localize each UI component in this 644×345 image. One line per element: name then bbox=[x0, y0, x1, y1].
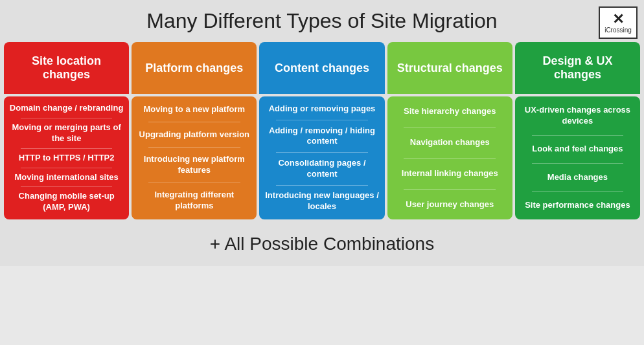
column-header-structural: Structural changes bbox=[387, 42, 512, 94]
col-item-structural-0: Site hierarchy changes bbox=[404, 106, 496, 117]
column-body-structural: Site hierarchy changesNavigation changes… bbox=[387, 96, 512, 219]
column-body-content: Adding or removing pagesAdding / removin… bbox=[259, 96, 384, 219]
col-item-design-ux-1: Look and feel changes bbox=[532, 144, 623, 155]
col-item-structural-3: User journey changes bbox=[406, 199, 494, 210]
col-item-site-location-4: Changing mobile set-up (AMP, PWA) bbox=[9, 191, 124, 213]
column-body-design-ux: UX-driven changes across devicesLook and… bbox=[515, 96, 640, 219]
divider bbox=[148, 147, 240, 148]
column-site-location: Site location changesDomain change / reb… bbox=[4, 42, 129, 219]
logo-symbol: ✕ bbox=[612, 12, 624, 27]
columns-container: Site location changesDomain change / reb… bbox=[0, 39, 644, 222]
col-item-site-location-2: HTTP to HTTPS / HTTP2 bbox=[19, 153, 115, 164]
col-item-site-location-3: Moving international sites bbox=[14, 172, 118, 183]
column-design-ux: Design & UX changesUX-driven changes acr… bbox=[515, 42, 640, 219]
divider bbox=[404, 127, 496, 128]
column-content: Content changesAdding or removing pagesA… bbox=[259, 42, 384, 219]
col-item-platform-0: Moving to a new platform bbox=[143, 104, 245, 115]
col-item-structural-2: Internal linking changes bbox=[402, 168, 498, 179]
column-header-platform: Platform changes bbox=[132, 42, 257, 94]
page-title: Many Different Types of Site Migration bbox=[146, 9, 497, 33]
col-item-site-location-1: Moving or merging parts of the site bbox=[9, 122, 124, 144]
divider bbox=[21, 148, 113, 149]
col-item-content-1: Adding / removing / hiding content bbox=[264, 126, 379, 148]
divider bbox=[148, 183, 240, 183]
divider bbox=[21, 186, 113, 187]
divider bbox=[148, 122, 240, 122]
footer-text: + All Possible Combinations bbox=[210, 234, 434, 254]
column-header-site-location: Site location changes bbox=[4, 42, 129, 94]
divider bbox=[21, 168, 113, 168]
divider bbox=[532, 163, 624, 164]
col-item-design-ux-2: Media changes bbox=[547, 172, 608, 183]
divider bbox=[276, 152, 368, 153]
divider bbox=[276, 120, 368, 120]
divider bbox=[21, 118, 113, 118]
divider bbox=[532, 135, 624, 136]
column-platform: Platform changesMoving to a new platform… bbox=[132, 42, 257, 219]
col-item-design-ux-3: Site performance changes bbox=[525, 200, 630, 211]
column-structural: Structural changesSite hierarchy changes… bbox=[387, 42, 512, 219]
header-section: Many Different Types of Site Migration ✕… bbox=[0, 0, 644, 39]
col-item-content-2: Consolidating pages / content bbox=[264, 158, 379, 180]
footer-section: + All Possible Combinations bbox=[0, 222, 644, 266]
page-container: Many Different Types of Site Migration ✕… bbox=[0, 0, 644, 266]
col-item-platform-2: Introducing new platform features bbox=[137, 154, 251, 176]
col-item-platform-3: Integrating different platforms bbox=[137, 190, 251, 212]
col-item-design-ux-0: UX-driven changes across devices bbox=[520, 105, 635, 127]
column-header-design-ux: Design & UX changes bbox=[515, 42, 640, 94]
col-item-platform-1: Upgrading platform version bbox=[139, 129, 249, 140]
col-item-content-0: Adding or removing pages bbox=[269, 104, 376, 115]
col-item-site-location-0: Domain change / rebranding bbox=[10, 103, 124, 114]
logo-text: iCrossing bbox=[604, 27, 632, 34]
column-header-content: Content changes bbox=[259, 42, 384, 94]
divider bbox=[276, 185, 368, 186]
divider bbox=[532, 191, 624, 192]
divider bbox=[404, 158, 496, 159]
col-item-structural-1: Navigation changes bbox=[410, 137, 490, 148]
logo: ✕ iCrossing bbox=[599, 6, 638, 39]
column-body-site-location: Domain change / rebrandingMoving or merg… bbox=[4, 96, 129, 219]
divider bbox=[404, 189, 496, 190]
column-body-platform: Moving to a new platformUpgrading platfo… bbox=[132, 96, 257, 219]
col-item-content-3: Introducing new languages / locales bbox=[264, 190, 379, 212]
